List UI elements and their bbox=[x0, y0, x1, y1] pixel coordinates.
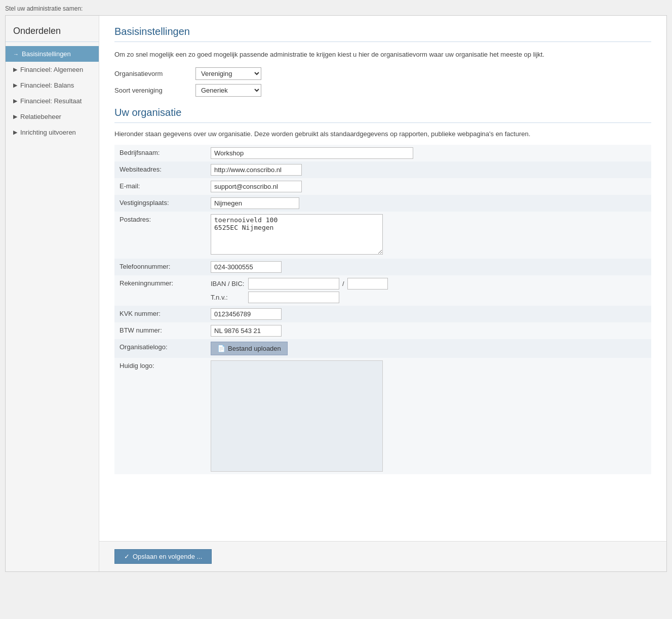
main-content: Basisinstellingen Om zo snel mogelijk ee… bbox=[99, 16, 666, 541]
main-desc: Om zo snel mogelijk een zo goed mogelijk… bbox=[114, 50, 651, 60]
postadres-field-cell bbox=[206, 212, 651, 259]
btw-field-cell bbox=[206, 322, 651, 339]
sidebar-item-financieel-algemeen[interactable]: ▶Financieel: Algemeen bbox=[6, 62, 99, 77]
telefoonnummer-label: Telefoonnummer: bbox=[114, 259, 206, 275]
kvk-input[interactable] bbox=[211, 308, 282, 320]
sidebar-item-label: Financieel: Algemeen bbox=[20, 66, 83, 73]
top-label: Stel uw administratie samen: bbox=[5, 5, 667, 12]
sidebar-item-label: Relatiebeheer bbox=[20, 113, 61, 120]
btw-label: BTW nummer: bbox=[114, 322, 206, 339]
sidebar-item-financieel-balans[interactable]: ▶Financieel: Balans bbox=[6, 77, 99, 93]
vestigingsplaats-field-cell bbox=[206, 195, 651, 212]
email-label: E-mail: bbox=[114, 178, 206, 195]
sidebar-item-label: Basisinstellingen bbox=[22, 50, 71, 58]
main-title: Basisinstellingen bbox=[114, 26, 651, 42]
websiteadres-input[interactable] bbox=[211, 164, 302, 176]
kvk-field-cell bbox=[206, 306, 651, 322]
arrow-icon: ▶ bbox=[13, 98, 17, 104]
org-table: Bedrijfsnaam: Websiteadres: bbox=[114, 145, 651, 474]
sidebar-item-basisinstellingen[interactable]: →Basisinstellingen bbox=[6, 46, 99, 62]
save-button[interactable]: ✓ Opslaan en volgende ... bbox=[114, 549, 212, 564]
checkmark-icon: ✓ bbox=[124, 553, 130, 560]
org-type-label: Soort vereniging bbox=[114, 87, 195, 94]
org-form-select[interactable]: VerenigingStichtingBedrijf bbox=[195, 67, 261, 80]
organisatielogo-field-cell: 📄 Bestand uploaden bbox=[206, 339, 651, 358]
org-form-label: Organisatievorm bbox=[114, 70, 195, 77]
iban-input[interactable] bbox=[248, 278, 339, 290]
rekeningnummer-field-cell: IBAN / BIC: / T.n.v.: bbox=[206, 275, 651, 306]
sidebar: Onderdelen →Basisinstellingen▶Financieel… bbox=[6, 16, 99, 571]
sidebar-item-inrichting-uitvoeren[interactable]: ▶Inrichting uitvoeren bbox=[6, 125, 99, 140]
upload-button-label: Bestand uploaden bbox=[228, 345, 281, 352]
sidebar-item-financieel-resultaat[interactable]: ▶Financieel: Resultaat bbox=[6, 93, 99, 109]
telefoonnummer-input[interactable] bbox=[211, 261, 282, 273]
sidebar-item-label: Inrichting uitvoeren bbox=[20, 129, 76, 136]
tnv-input[interactable] bbox=[248, 292, 339, 303]
postadres-textarea[interactable] bbox=[211, 214, 383, 255]
table-row: Postadres: bbox=[114, 212, 651, 259]
logo-area bbox=[211, 360, 383, 472]
btw-input[interactable] bbox=[211, 325, 282, 337]
table-row: Websiteadres: bbox=[114, 161, 651, 178]
websiteadres-label: Websiteadres: bbox=[114, 161, 206, 178]
arrow-icon: ▶ bbox=[13, 82, 17, 89]
tnv-label: T.n.v.: bbox=[211, 294, 246, 301]
table-row: BTW nummer: bbox=[114, 322, 651, 339]
table-row: Organisatielogo: 📄 Bestand uploaden bbox=[114, 339, 651, 358]
arrow-icon: ▶ bbox=[13, 129, 17, 136]
email-field-cell bbox=[206, 178, 651, 195]
sidebar-item-label: Financieel: Resultaat bbox=[20, 97, 82, 105]
kvk-label: KVK nummer: bbox=[114, 306, 206, 322]
bic-input[interactable] bbox=[347, 278, 388, 290]
vestigingsplaats-input[interactable] bbox=[211, 197, 299, 209]
arrow-icon: ▶ bbox=[13, 66, 17, 73]
upload-button[interactable]: 📄 Bestand uploaden bbox=[211, 342, 288, 355]
table-row: Bedrijfsnaam: bbox=[114, 145, 651, 161]
upload-icon: 📄 bbox=[217, 345, 225, 352]
org-section-desc: Hieronder staan gegevens over uw organis… bbox=[114, 129, 651, 139]
save-button-label: Opslaan en volgende ... bbox=[133, 553, 202, 560]
postadres-label: Postadres: bbox=[114, 212, 206, 259]
organisatielogo-label: Organisatielogo: bbox=[114, 339, 206, 358]
vestigingsplaats-label: Vestigingsplaats: bbox=[114, 195, 206, 212]
table-row: KVK nummer: bbox=[114, 306, 651, 322]
arrow-icon: ▶ bbox=[13, 113, 17, 120]
table-row: Telefoonnummer: bbox=[114, 259, 651, 275]
huidig-logo-label: Huidig logo: bbox=[114, 358, 206, 474]
table-row: Rekeningnummer: IBAN / BIC: / T.n.v.: bbox=[114, 275, 651, 306]
arrow-icon: → bbox=[13, 51, 19, 57]
footer: ✓ Opslaan en volgende ... bbox=[99, 541, 666, 571]
table-row: Vestigingsplaats: bbox=[114, 195, 651, 212]
table-row: Huidig logo: bbox=[114, 358, 651, 474]
huidig-logo-field-cell bbox=[206, 358, 651, 474]
bedrijfsnaam-input[interactable] bbox=[211, 147, 413, 159]
telefoonnummer-field-cell bbox=[206, 259, 651, 275]
websiteadres-field-cell bbox=[206, 161, 651, 178]
table-row: E-mail: bbox=[114, 178, 651, 195]
rekeningnummer-label: Rekeningnummer: bbox=[114, 275, 206, 306]
iban-label: IBAN / BIC: bbox=[211, 280, 246, 287]
org-section-title: Uw organisatie bbox=[114, 107, 651, 123]
sidebar-title: Onderdelen bbox=[6, 26, 99, 42]
email-input[interactable] bbox=[211, 181, 302, 192]
sidebar-item-label: Financieel: Balans bbox=[20, 81, 74, 89]
bedrijfsnaam-field-cell bbox=[206, 145, 651, 161]
org-type-select[interactable]: GeneriekSportCultuur bbox=[195, 84, 261, 97]
sidebar-item-relatiebeheer[interactable]: ▶Relatiebeheer bbox=[6, 109, 99, 125]
bedrijfsnaam-label: Bedrijfsnaam: bbox=[114, 145, 206, 161]
